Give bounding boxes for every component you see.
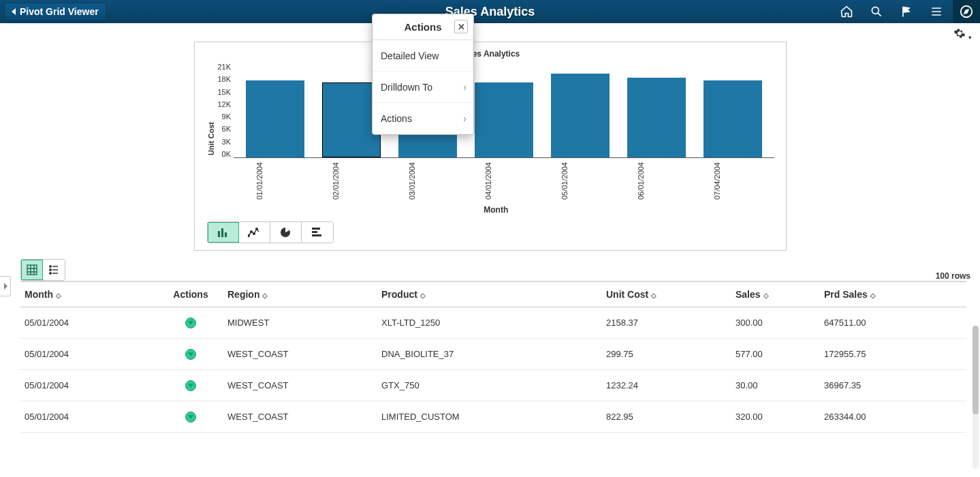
cell-region: WEST_COAST xyxy=(225,412,381,422)
close-icon[interactable]: ✕ xyxy=(454,20,468,33)
chart-bar[interactable] xyxy=(704,80,762,157)
svg-rect-3 xyxy=(221,228,223,237)
col-unitcost[interactable]: Unit Cost◇ xyxy=(606,289,736,300)
chevron-right-icon: › xyxy=(463,82,467,93)
hbar-chart-icon[interactable] xyxy=(302,222,333,243)
chart-bar[interactable] xyxy=(246,80,304,157)
bar-chart-icon[interactable] xyxy=(208,222,239,243)
col-region[interactable]: Region◇ xyxy=(225,289,381,300)
row-count: 100 rows xyxy=(0,271,980,281)
sort-icon: ◇ xyxy=(56,292,61,299)
popup-title: Actions ✕ xyxy=(373,14,473,40)
action-dropdown-icon[interactable] xyxy=(185,349,196,360)
search-icon[interactable] xyxy=(863,0,890,23)
sort-icon: ◇ xyxy=(262,292,268,299)
cell-unitcost: 822.95 xyxy=(606,412,736,422)
cell-sales: 300.00 xyxy=(736,318,824,328)
data-grid: Month◇ Actions Region◇ Product◇ Unit Cos… xyxy=(20,281,966,433)
table-row: 05/01/2004WEST_COASTDNA_BIOLITE_37299.75… xyxy=(20,339,966,370)
svg-point-16 xyxy=(50,273,51,274)
back-label: Pivot Grid Viewer xyxy=(20,6,99,17)
table-row: 05/01/2004MIDWESTXLT-LTD_12502158.37300.… xyxy=(20,307,966,339)
scrollbar[interactable] xyxy=(973,326,979,469)
svg-rect-13 xyxy=(27,265,37,275)
col-prdsales[interactable]: Prd Sales◇ xyxy=(824,289,947,300)
table-row: 05/01/2004WEST_COASTLIMITED_CUSTOM822.95… xyxy=(20,401,966,433)
chart-panel: Sales Analytics Unit Cost 21K18K15K12K9K… xyxy=(194,42,787,251)
action-dropdown-icon[interactable] xyxy=(185,318,196,328)
app-header: Pivot Grid Viewer Sales Analytics xyxy=(0,0,980,23)
table-row: 05/01/2004WEST_COASTGTX_7501232.2430.003… xyxy=(20,370,966,401)
back-button[interactable]: Pivot Grid Viewer xyxy=(4,3,106,20)
svg-point-7 xyxy=(253,233,255,235)
popup-item-detailed-view[interactable]: Detailed View xyxy=(373,40,473,72)
y-axis-label: Unit Cost xyxy=(207,122,215,155)
action-dropdown-icon[interactable] xyxy=(185,412,196,422)
cell-prdsales: 263344.00 xyxy=(824,412,947,422)
cell-month: 05/01/2004 xyxy=(20,349,157,359)
col-month[interactable]: Month◇ xyxy=(20,289,157,300)
cell-unitcost: 2158.37 xyxy=(606,318,736,328)
svg-point-14 xyxy=(50,266,51,267)
line-chart-icon[interactable] xyxy=(239,222,270,243)
action-dropdown-icon[interactable] xyxy=(185,380,196,391)
svg-rect-10 xyxy=(312,228,320,230)
x-tick: 07/04/2004 xyxy=(688,162,746,201)
cell-month: 05/01/2004 xyxy=(20,318,157,328)
gear-icon[interactable]: ▾ xyxy=(953,27,972,42)
svg-rect-2 xyxy=(218,231,220,237)
toolbar: ▾ xyxy=(0,23,980,42)
cell-actions[interactable] xyxy=(157,411,225,422)
header-icons xyxy=(833,0,980,23)
chart-bar[interactable] xyxy=(475,82,533,157)
x-tick: 01/01/2004 xyxy=(230,162,289,201)
actions-popup: Actions ✕ Detailed View Drilldown To› Ac… xyxy=(372,14,474,135)
chevron-left-icon xyxy=(12,8,16,15)
popup-item-actions[interactable]: Actions› xyxy=(373,103,473,134)
cell-actions[interactable] xyxy=(157,317,225,328)
svg-rect-4 xyxy=(225,232,227,237)
svg-point-0 xyxy=(872,7,879,14)
flag-icon[interactable] xyxy=(893,0,920,23)
x-tick: 05/01/2004 xyxy=(535,162,594,201)
cell-product: LIMITED_CUSTOM xyxy=(381,412,606,422)
cell-product: DNA_BIOLITE_37 xyxy=(381,349,606,359)
col-product[interactable]: Product◇ xyxy=(381,289,606,300)
cell-region: WEST_COAST xyxy=(225,349,381,359)
svg-point-6 xyxy=(251,231,253,233)
svg-point-15 xyxy=(50,269,51,271)
svg-rect-11 xyxy=(312,231,317,233)
cell-actions[interactable] xyxy=(157,348,225,360)
chart-type-selector xyxy=(207,221,334,243)
svg-point-8 xyxy=(256,228,258,230)
cell-sales: 577.00 xyxy=(736,349,824,359)
scrollbar-thumb[interactable] xyxy=(973,326,979,414)
chart-bar[interactable] xyxy=(551,74,610,157)
list-view-icon[interactable] xyxy=(43,260,65,280)
menu-icon[interactable] xyxy=(923,0,950,23)
cell-product: XLT-LTD_1250 xyxy=(381,318,606,328)
cell-prdsales: 172955.75 xyxy=(824,349,947,359)
popup-item-drilldown[interactable]: Drilldown To› xyxy=(373,72,473,103)
cell-actions[interactable] xyxy=(157,380,225,391)
grid-view-icon[interactable] xyxy=(21,260,43,280)
cell-month: 05/01/2004 xyxy=(20,380,157,390)
home-icon[interactable] xyxy=(833,0,860,23)
x-tick: 03/01/2004 xyxy=(383,162,441,201)
svg-rect-12 xyxy=(312,234,321,236)
compass-icon[interactable] xyxy=(953,0,980,23)
y-axis-ticks: 21K18K15K12K9K6K3K0K xyxy=(218,63,234,158)
svg-point-5 xyxy=(248,235,249,237)
x-axis-ticks: 01/01/200402/01/200403/01/200404/01/2004… xyxy=(218,162,775,201)
pie-chart-icon[interactable] xyxy=(270,222,302,243)
sort-icon: ◇ xyxy=(420,292,426,299)
expand-handle[interactable] xyxy=(0,276,11,296)
sort-icon: ◇ xyxy=(870,292,876,299)
chart-bar[interactable] xyxy=(627,78,686,157)
cell-sales: 30.00 xyxy=(736,380,824,390)
cell-sales: 320.00 xyxy=(736,412,824,422)
col-sales[interactable]: Sales◇ xyxy=(736,289,824,300)
cell-month: 05/01/2004 xyxy=(20,412,157,422)
col-actions: Actions xyxy=(157,289,225,300)
x-axis-label: Month xyxy=(218,205,775,215)
